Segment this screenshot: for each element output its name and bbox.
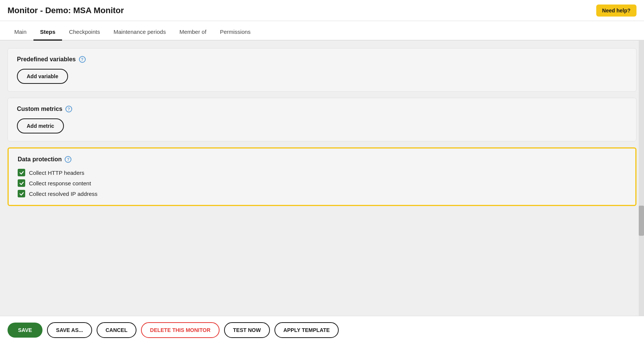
predefined-variables-header: Predefined variables ? (17, 56, 627, 63)
data-protection-section: Data protection ? Collect HTTP headers (8, 147, 636, 206)
save-button[interactable]: SAVE (8, 323, 42, 338)
tab-permissions[interactable]: Permissions (213, 23, 258, 41)
predefined-variables-help-icon[interactable]: ? (79, 56, 86, 63)
checkbox-response-content-icon (18, 179, 25, 187)
cancel-button[interactable]: CANCEL (97, 322, 136, 338)
checkbox-http-headers-label: Collect HTTP headers (29, 170, 84, 176)
footer-bar: SAVE SAVE AS... CANCEL DELETE THIS MONIT… (0, 316, 644, 344)
tab-main[interactable]: Main (8, 23, 33, 41)
predefined-variables-title: Predefined variables (17, 56, 76, 63)
checkbox-resolved-ip-icon (18, 190, 25, 197)
save-as-button[interactable]: SAVE AS... (47, 322, 92, 338)
predefined-variables-section: Predefined variables ? Add variable (8, 48, 636, 92)
apply-template-button[interactable]: APPLY TEMPLATE (274, 322, 339, 338)
main-panel: Main Steps Checkpoints Maintenance perio… (0, 21, 644, 316)
custom-metrics-help-icon[interactable]: ? (65, 106, 72, 112)
tab-checkpoints[interactable]: Checkpoints (62, 23, 107, 41)
custom-metrics-section: Custom metrics ? Add metric (8, 98, 636, 141)
checkbox-http-headers-icon (18, 169, 25, 176)
checkbox-collect-http-headers[interactable]: Collect HTTP headers (18, 169, 626, 176)
add-variable-button[interactable]: Add variable (17, 69, 68, 84)
tab-steps[interactable]: Steps (33, 23, 62, 41)
custom-metrics-title: Custom metrics (17, 106, 62, 112)
tab-member-of[interactable]: Member of (173, 23, 213, 41)
test-now-button[interactable]: TEST NOW (224, 322, 270, 338)
scrollbar-track (639, 41, 644, 316)
checkbox-response-content-label: Collect response content (29, 180, 91, 186)
checkbox-collect-response-content[interactable]: Collect response content (18, 179, 626, 187)
help-button[interactable]: Need help? (596, 5, 636, 17)
checkbox-resolved-ip-label: Collect resolved IP address (29, 191, 97, 197)
page-title: Monitor - Demo: MSA Monitor (8, 6, 124, 15)
scrollbar-thumb[interactable] (639, 206, 644, 236)
content-area: Predefined variables ? Add variable Cust… (0, 41, 644, 316)
delete-monitor-button[interactable]: DELETE THIS MONITOR (141, 322, 220, 338)
checkbox-collect-resolved-ip[interactable]: Collect resolved IP address (18, 190, 626, 197)
custom-metrics-header: Custom metrics ? (17, 106, 627, 112)
tabs-bar: Main Steps Checkpoints Maintenance perio… (0, 21, 644, 41)
data-protection-header: Data protection ? (18, 156, 626, 163)
tab-maintenance-periods[interactable]: Maintenance periods (107, 23, 173, 41)
data-protection-title: Data protection (18, 156, 62, 163)
data-protection-help-icon[interactable]: ? (65, 156, 71, 163)
add-metric-button[interactable]: Add metric (17, 118, 64, 133)
top-bar: Monitor - Demo: MSA Monitor Need help? (0, 0, 644, 21)
